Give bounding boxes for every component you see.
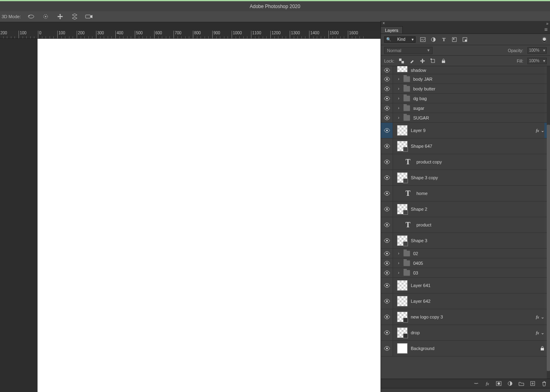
collapse-icon[interactable]: » (546, 21, 548, 26)
layer-visibility-toggle[interactable] (381, 66, 393, 74)
new-layer-icon[interactable] (530, 381, 535, 386)
layer-row-body[interactable]: new logo copy 3fx⌄ (393, 309, 544, 325)
fill-input[interactable]: 100% ▾ (527, 58, 547, 64)
opacity-input[interactable]: 100% ▾ (527, 47, 547, 54)
layer-row-body[interactable]: shadow (393, 66, 544, 74)
layer-row-body[interactable]: Layer 9fx⌄ (393, 123, 544, 138)
layer-row[interactable]: ›sugar (381, 103, 547, 113)
layer-row-body[interactable]: Layer 641 (393, 278, 544, 293)
lock-artboard-icon[interactable] (430, 59, 436, 63)
layer-row-body[interactable]: Shape 2 (393, 201, 544, 217)
layer-visibility-toggle[interactable] (381, 293, 393, 309)
scrollbar[interactable] (547, 66, 550, 379)
expand-chevron-icon[interactable]: › (397, 115, 400, 120)
layer-visibility-toggle[interactable] (381, 94, 393, 103)
layer-row[interactable]: ›body butter (381, 84, 547, 94)
tab-layers[interactable]: Layers (381, 26, 403, 34)
layer-row[interactable]: Layer 642 (381, 293, 547, 309)
layer-mask-icon[interactable] (496, 381, 502, 386)
layer-row-body[interactable]: ›02 (393, 249, 544, 258)
layer-row[interactable]: Shape 2 (381, 201, 547, 217)
layer-row[interactable]: new logo copy 3fx⌄ (381, 309, 547, 325)
layer-visibility-toggle[interactable] (381, 268, 393, 277)
lock-transparency-icon[interactable] (398, 59, 405, 63)
smartobject-filter-icon[interactable] (462, 37, 468, 42)
layer-visibility-toggle[interactable] (381, 309, 393, 325)
layer-row[interactable]: dropfx⌄ (381, 325, 547, 341)
layer-row[interactable]: ›body JAR (381, 74, 547, 84)
layer-name[interactable]: Shape 2 (411, 207, 427, 212)
layer-row-body[interactable]: Thome (393, 186, 544, 201)
chevron-down-icon[interactable]: ⌄ (541, 314, 544, 320)
layer-row[interactable]: Shape 3 copy (381, 170, 547, 186)
blend-mode-select[interactable]: Normal ▾ (384, 47, 433, 54)
layer-visibility-toggle[interactable] (381, 74, 393, 84)
layer-name[interactable]: body JAR (413, 77, 433, 82)
layer-name[interactable]: product (416, 222, 431, 227)
pixel-filter-icon[interactable] (420, 37, 426, 42)
layer-name[interactable]: new logo copy 3 (411, 314, 443, 319)
layer-name[interactable]: Shape 3 (411, 238, 427, 243)
layer-name[interactable]: 02 (413, 251, 418, 256)
layer-visibility-toggle[interactable] (381, 186, 393, 201)
layer-visibility-toggle[interactable] (381, 249, 393, 258)
layer-row[interactable]: Layer 641 (381, 278, 547, 293)
layer-row-body[interactable]: Background (393, 341, 544, 356)
layer-row-body[interactable]: ›body butter (393, 84, 544, 93)
fx-badge[interactable]: fx (536, 330, 539, 335)
layer-name[interactable]: sugar (413, 106, 425, 111)
expand-chevron-icon[interactable]: › (397, 270, 400, 275)
layer-effects-icon[interactable]: fx (485, 381, 490, 386)
layer-row-body[interactable]: ›SUGAR (393, 113, 544, 122)
panel-menu-icon[interactable]: ≡ (544, 26, 550, 34)
layer-name[interactable]: product copy (416, 159, 442, 164)
layer-row-body[interactable]: dropfx⌄ (393, 325, 544, 340)
filter-toggle[interactable] (542, 37, 547, 42)
layer-name[interactable]: Shape 3 copy (411, 175, 438, 180)
expand-chevron-icon[interactable]: › (397, 106, 400, 110)
layer-visibility-toggle[interactable] (381, 170, 393, 185)
layer-row[interactable]: ›02 (381, 249, 547, 258)
layer-name[interactable]: Layer 642 (411, 299, 431, 304)
layer-row-body[interactable]: Shape 3 copy (393, 170, 544, 185)
expand-chevron-icon[interactable]: › (397, 96, 400, 101)
layer-row-body[interactable]: Tproduct (393, 217, 544, 233)
layer-name[interactable]: home (416, 191, 428, 196)
layer-row-body[interactable]: Shape 647 (393, 138, 544, 154)
layer-name[interactable]: SUGAR (413, 115, 429, 120)
layer-row[interactable]: ›SUGAR (381, 113, 547, 123)
layer-visibility-toggle[interactable] (381, 201, 393, 217)
layer-row-body[interactable]: ›dg bag (393, 94, 544, 103)
layer-row[interactable]: shadow (381, 66, 547, 74)
layer-row-body[interactable]: Shape 3 (393, 233, 544, 248)
shape-filter-icon[interactable] (451, 37, 458, 42)
expand-chevron-icon[interactable]: › (397, 251, 400, 256)
fx-badge[interactable]: fx (536, 128, 539, 133)
layer-row[interactable]: ›dg bag (381, 94, 547, 103)
layer-visibility-toggle[interactable] (381, 233, 393, 248)
layer-row[interactable]: ›03 (381, 268, 547, 278)
layer-row-body[interactable]: Tproduct copy (393, 154, 544, 170)
slide-3d-icon[interactable] (70, 13, 79, 20)
layer-visibility-toggle[interactable] (381, 154, 393, 170)
filter-kind-select[interactable]: 🔍 Kind ▾ (384, 36, 416, 43)
layer-visibility-toggle[interactable] (381, 84, 393, 93)
layer-name[interactable]: body butter (413, 86, 435, 91)
layer-row[interactable]: Tproduct (381, 217, 547, 233)
layer-name[interactable]: Layer 641 (411, 283, 431, 288)
lock-all-icon[interactable] (440, 59, 447, 63)
layer-row-body[interactable]: Layer 642 (393, 293, 544, 309)
layer-visibility-toggle[interactable] (381, 123, 393, 138)
layer-name[interactable]: Background (411, 346, 435, 351)
layer-visibility-toggle[interactable] (381, 113, 393, 122)
layer-row[interactable]: Shape 3 (381, 233, 547, 249)
layer-name[interactable]: Shape 647 (411, 144, 432, 149)
adjustment-filter-icon[interactable] (430, 37, 437, 42)
link-layers-icon[interactable] (473, 382, 479, 386)
layer-row[interactable]: ›0405 (381, 258, 547, 268)
expand-chevron-icon[interactable]: › (397, 261, 400, 265)
layer-row-body[interactable]: ›03 (393, 268, 544, 277)
lock-paint-icon[interactable] (409, 59, 415, 63)
layer-visibility-toggle[interactable] (381, 103, 393, 113)
layer-name[interactable]: 03 (413, 270, 418, 275)
